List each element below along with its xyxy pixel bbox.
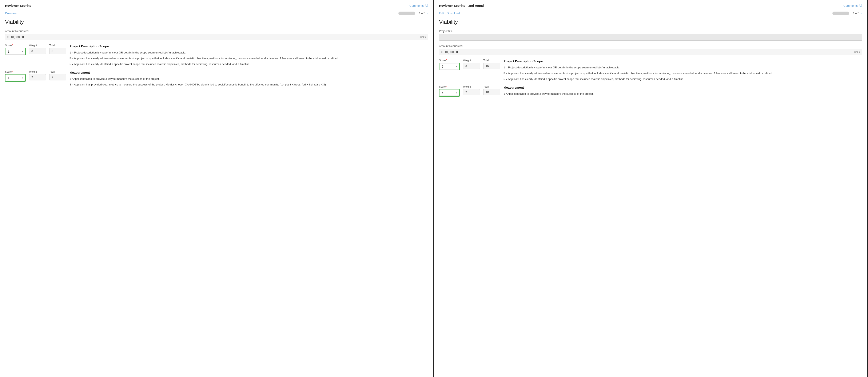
- left-pagination: ‹ 1 of 1 ›: [398, 11, 428, 15]
- right-desc-line-1-1: 3 = Applicant has clearly addressed most…: [503, 71, 862, 75]
- right-panel-header: Reviewer Scoring - 2nd round Comments (0…: [439, 4, 862, 9]
- left-weight-label-2: Weight: [29, 70, 46, 73]
- left-panel-title: Reviewer Scoring: [5, 4, 32, 7]
- left-score-label-2: Score*: [5, 70, 26, 73]
- right-score-value-1: 5: [442, 65, 455, 68]
- left-weight-group-1: Weight 3: [29, 44, 46, 54]
- left-desc-line-2-1: 3 = Applicant has provided clear metrics…: [69, 83, 428, 87]
- left-score-select-2[interactable]: 1 ▾: [6, 75, 25, 81]
- left-pagination-bar: [398, 11, 415, 15]
- left-desc-line-1-2: 5 = Applicant has clearly identified a s…: [69, 62, 428, 66]
- right-desc-line-1-0: 1 = Project description is vague/ unclea…: [503, 65, 862, 70]
- right-description-1: Project Description/Scope 1 = Project de…: [503, 59, 862, 81]
- right-project-title-label: Project title: [439, 29, 862, 33]
- left-amount-label: Amount Requested: [5, 29, 428, 33]
- right-pagination: ‹ 1 of 1 ›: [832, 11, 862, 15]
- left-weight-value-2: 2: [29, 74, 46, 81]
- right-desc-title-1: Project Description/Scope: [503, 59, 862, 64]
- right-total-label-1: Total: [483, 59, 500, 62]
- right-weight-value-2: 2: [463, 89, 480, 95]
- right-score-select-wrapper-2[interactable]: 5 ▾: [439, 89, 460, 97]
- left-score-value-2: 1: [8, 76, 21, 80]
- right-score-select-1[interactable]: 5 ▾: [440, 64, 459, 69]
- left-score-row-2: Score* 1 ▾ Weight 2 Total 2 Measurement …: [5, 70, 428, 87]
- right-total-group-2: Total 10: [483, 85, 500, 95]
- right-project-title-field: [439, 34, 862, 41]
- right-panel: Reviewer Scoring - 2nd round Comments (0…: [434, 0, 868, 377]
- left-score-arrow-2: ▾: [22, 76, 23, 80]
- left-score-row-1: Score* 1 ▾ Weight 3 Total 3 Project Desc…: [5, 44, 428, 66]
- right-score-group-2: Score* 5 ▾: [439, 85, 460, 97]
- right-desc-line-1-2: 5 = Applicant has clearly identified a s…: [503, 77, 862, 81]
- right-comments-link[interactable]: Comments (0): [843, 4, 862, 7]
- left-score-select-wrapper-2[interactable]: 1 ▾: [5, 74, 26, 82]
- left-amount-value: 10,000.00: [11, 35, 418, 39]
- left-desc-line-2-0: 1 =Applicant failed to provide a way to …: [69, 77, 428, 81]
- left-total-value-2: 2: [49, 74, 66, 81]
- left-weight-group-2: Weight 2: [29, 70, 46, 81]
- right-panel-title: Reviewer Scoring - 2nd round: [439, 4, 484, 7]
- right-score-group-1: Score* 5 ▾: [439, 59, 460, 70]
- left-score-select-1[interactable]: 1 ▾: [6, 49, 25, 55]
- right-desc-line-2-0: 1 =Applicant failed to provide a way to …: [503, 92, 862, 96]
- left-pagination-text: 1 of 1: [419, 11, 426, 15]
- right-weight-label-1: Weight: [463, 59, 480, 62]
- left-score-arrow-1: ▾: [22, 50, 23, 53]
- left-score-group-1: Score* 1 ▾: [5, 44, 26, 55]
- left-desc-title-1: Project Description/Scope: [69, 44, 428, 49]
- left-score-label-1: Score*: [5, 44, 26, 47]
- right-score-label-2: Score*: [439, 85, 460, 88]
- left-amount-currency: USD: [420, 36, 426, 39]
- left-panel-header: Reviewer Scoring Comments (0): [5, 4, 428, 9]
- right-edit-link[interactable]: Edit: [439, 11, 444, 15]
- right-weight-label-2: Weight: [463, 85, 480, 88]
- left-comments-link[interactable]: Comments (0): [409, 4, 428, 7]
- left-desc-line-1-0: 1 = Project description is vague/ unclea…: [69, 51, 428, 55]
- right-description-2: Measurement 1 =Applicant failed to provi…: [503, 85, 862, 96]
- left-description-2: Measurement 1 =Applicant failed to provi…: [69, 70, 428, 87]
- right-toolbar: Edit Download ‹ 1 of 1 ›: [439, 11, 862, 15]
- right-download-link[interactable]: Download: [446, 11, 460, 15]
- left-toolbar: Download ‹ 1 of 1 ›: [5, 11, 428, 15]
- right-pagination-text: 1 of 1: [853, 11, 860, 15]
- left-total-label-2: Total: [49, 70, 66, 73]
- right-total-label-2: Total: [483, 85, 500, 88]
- left-score-value-1: 1: [8, 50, 21, 53]
- right-score-arrow-1: ▾: [456, 65, 457, 68]
- right-score-arrow-2: ▾: [456, 92, 457, 94]
- left-score-group-2: Score* 1 ▾: [5, 70, 26, 82]
- right-pagination-bar: [832, 11, 849, 15]
- right-amount-dollar: $: [441, 50, 443, 54]
- left-total-label-1: Total: [49, 44, 66, 47]
- left-total-group-1: Total 3: [49, 44, 66, 54]
- right-score-select-2[interactable]: 5 ▾: [440, 90, 459, 96]
- right-amount-value: 10,000.00: [445, 50, 852, 54]
- right-prev-arrow[interactable]: ‹: [850, 11, 851, 15]
- left-amount-dollar: $: [7, 35, 9, 39]
- left-section-title: Viability: [5, 19, 428, 25]
- left-weight-label-1: Weight: [29, 44, 46, 47]
- right-score-row-2: Score* 5 ▾ Weight 2 Total 10 Measurement…: [439, 85, 862, 97]
- right-amount-label: Amount Requested: [439, 44, 862, 48]
- left-score-select-wrapper-1[interactable]: 1 ▾: [5, 48, 26, 55]
- left-next-arrow[interactable]: ›: [427, 11, 428, 15]
- left-prev-arrow[interactable]: ‹: [416, 11, 417, 15]
- right-amount-currency: USD: [854, 51, 860, 54]
- left-desc-title-2: Measurement: [69, 70, 428, 75]
- right-total-value-2: 10: [483, 89, 500, 95]
- left-weight-value-1: 3: [29, 48, 46, 54]
- right-total-group-1: Total 15: [483, 59, 500, 69]
- right-next-arrow[interactable]: ›: [861, 11, 862, 15]
- right-total-value-1: 15: [483, 63, 500, 69]
- right-section-title: Viability: [439, 19, 862, 25]
- right-weight-group-2: Weight 2: [463, 85, 480, 95]
- left-panel: Reviewer Scoring Comments (0) Download ‹…: [0, 0, 434, 377]
- left-download-link[interactable]: Download: [5, 11, 18, 15]
- right-weight-value-1: 3: [463, 63, 480, 69]
- right-score-label-1: Score*: [439, 59, 460, 62]
- left-desc-line-1-1: 3 = Applicant has clearly addressed most…: [69, 56, 428, 60]
- right-score-value-2: 5: [442, 91, 455, 95]
- right-weight-group-1: Weight 3: [463, 59, 480, 69]
- left-total-value-1: 3: [49, 48, 66, 54]
- right-score-select-wrapper-1[interactable]: 5 ▾: [439, 63, 460, 70]
